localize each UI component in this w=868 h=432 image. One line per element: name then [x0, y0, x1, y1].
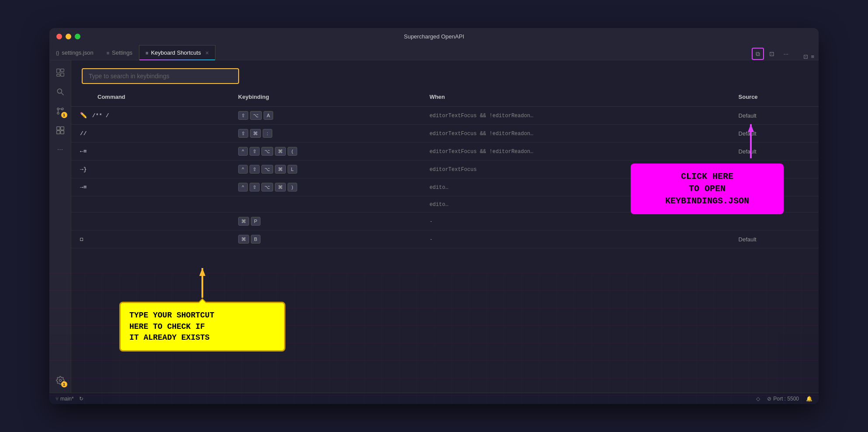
svg-rect-12	[60, 131, 64, 134]
tabbar-right-actions: ⧉ ⊡ ···	[748, 48, 795, 60]
open-keybindings-json-button[interactable]: ⧉	[752, 48, 764, 60]
yellow-tooltip-text: TYPE YOUR SHORTCUTHERE TO CHECK IFIT ALR…	[129, 311, 214, 341]
row-7-source	[732, 213, 819, 230]
header-keybinding: Keybinding	[231, 87, 423, 107]
no-sign-icon: ⊘	[767, 396, 771, 402]
row-8-when: -	[423, 230, 732, 248]
tab-settings[interactable]: ≡ Settings	[100, 45, 139, 60]
row-4-command: →}	[71, 160, 231, 178]
row-2-command: //	[71, 125, 231, 143]
search-row: Type to search in keybindings	[82, 68, 808, 87]
keys-row-4: ^ ⇧ ⌥ ⌘ L	[238, 165, 416, 174]
svg-line-5	[61, 93, 63, 95]
tab-keyboard-shortcuts-close[interactable]: ×	[205, 49, 209, 56]
search-box[interactable]: Type to search in keybindings	[82, 68, 239, 84]
statusbar-right: ◇ ⊘ Port : 5500 🔔	[756, 396, 812, 402]
row-1-when: editorTextFocus && !editorReadon…	[423, 107, 732, 125]
tab-keyboard-shortcuts-icon: ≡	[146, 50, 148, 56]
traffic-lights	[56, 34, 80, 39]
keys-row-5: ^ ⇧ ⌥ ⌘ )	[238, 183, 416, 192]
row-5-command: →≡	[71, 178, 231, 196]
keys-row-7: ⌘ P	[238, 217, 416, 226]
window-title: Supercharged OpenAPI	[404, 33, 464, 40]
diamond-icon: ◇	[756, 396, 760, 402]
git-branch[interactable]: ⑂ main*	[56, 396, 74, 402]
header-source: Source	[732, 87, 819, 107]
svg-rect-3	[56, 74, 60, 76]
row-7-when: -	[423, 213, 732, 230]
svg-point-4	[57, 89, 62, 93]
sort-icon[interactable]: ⊡	[803, 53, 808, 60]
magenta-tooltip-text: CLICK HERETO OPENKEYBINDINGS.JSON	[665, 171, 749, 206]
table-header-row: Command Keybinding When Source	[71, 87, 819, 107]
row-8-keybinding: ⌘ B	[231, 230, 423, 248]
filter-icon[interactable]: ≡	[811, 53, 814, 60]
tab-settings-icon: ≡	[107, 50, 109, 56]
settings-badge: 1	[61, 381, 67, 387]
row-1-source: Default	[732, 107, 819, 125]
svg-marker-17	[748, 124, 754, 132]
maximize-button[interactable]	[75, 34, 80, 39]
port-label: Port : 5500	[773, 396, 799, 402]
titlebar: Supercharged OpenAPI	[49, 28, 819, 45]
sidebar-item-source-control[interactable]: 1	[52, 103, 68, 119]
content-area: Type to search in keybindings Command Ke…	[71, 60, 819, 393]
keys-row-1: ⇧ ⌥ A	[238, 111, 416, 120]
row-2-keybinding: ⇧ ⌘ :	[231, 125, 423, 143]
table-row[interactable]: ←≡ ^ ⇧ ⌥ ⌘ ( edit	[71, 143, 819, 160]
git-branch-label: main*	[60, 396, 74, 402]
row-7-keybinding: ⌘ P	[231, 213, 423, 230]
more-actions-button[interactable]: ···	[780, 48, 792, 60]
svg-point-13	[59, 380, 61, 382]
minimize-button[interactable]	[66, 34, 71, 39]
keys-row-8: ⌘ B	[238, 235, 416, 244]
row-2-when: editorTextFocus && !editorReadon…	[423, 125, 732, 143]
yellow-annotation-tooltip: TYPE YOUR SHORTCUTHERE TO CHECK IFIT ALR…	[119, 302, 285, 352]
tab-settings-json[interactable]: {} settings.json	[49, 45, 100, 60]
row-5-keybinding: ^ ⇧ ⌥ ⌘ )	[231, 178, 423, 196]
tab-settings-label: Settings	[112, 49, 132, 56]
sync-icon: ↻	[79, 396, 83, 402]
sidebar-item-extensions[interactable]	[52, 122, 68, 138]
sidebar-item-settings[interactable]: 1	[52, 373, 68, 388]
sidebar-item-more[interactable]: ···	[52, 142, 68, 157]
close-button[interactable]	[56, 34, 62, 39]
edit-icon[interactable]: ✏️	[80, 112, 87, 118]
sync-button[interactable]: ↻	[79, 396, 83, 402]
table-row[interactable]: // ⇧ ⌘ : editorTextFocus && !editorReado…	[71, 125, 819, 143]
row-1-keybinding: ⇧ ⌥ A	[231, 107, 423, 125]
notification-bell[interactable]: 🔔	[806, 396, 812, 402]
keys-row-2: ⇧ ⌘ :	[238, 129, 416, 138]
tabbar: {} settings.json ≡ Settings ≡ Keyboard S…	[49, 45, 819, 60]
split-editor-button[interactable]: ⊡	[766, 48, 778, 60]
row-7-command	[71, 213, 231, 230]
sidebar: 1 ··· 1	[49, 60, 71, 393]
svg-point-6	[57, 108, 59, 110]
yellow-arrow-up	[196, 268, 209, 303]
svg-point-8	[57, 112, 59, 114]
row-6-keybinding	[231, 196, 423, 213]
row-3-when: editorTextFocus && !editorReadon…	[423, 143, 732, 160]
keys-row-3: ^ ⇧ ⌥ ⌘ (	[238, 147, 416, 156]
git-branch-icon: ⑂	[56, 396, 59, 402]
table-row[interactable]: ✏️ /** / ⇧ ⌥ A editorTextFocus && !ed	[71, 107, 819, 125]
row-3-command: ←≡	[71, 143, 231, 160]
row-3-keybinding: ^ ⇧ ⌥ ⌘ (	[231, 143, 423, 160]
svg-rect-9	[56, 127, 60, 130]
tab-settings-json-icon: {}	[56, 50, 59, 56]
row-8-source: Default	[732, 230, 819, 248]
diamond-icon-status: ◇	[756, 396, 760, 402]
source-control-badge: 1	[61, 112, 67, 118]
search-area: Type to search in keybindings	[71, 60, 819, 87]
tab-keyboard-shortcuts-label: Keyboard Shortcuts	[151, 49, 201, 56]
svg-rect-10	[60, 127, 64, 130]
sidebar-item-search[interactable]	[52, 84, 68, 100]
magenta-annotation-tooltip: CLICK HERETO OPENKEYBINDINGS.JSON	[631, 164, 784, 214]
port-status[interactable]: ⊘ Port : 5500	[767, 396, 799, 402]
tab-keyboard-shortcuts[interactable]: ≡ Keyboard Shortcuts ×	[139, 45, 215, 60]
svg-rect-1	[60, 69, 64, 72]
table-row[interactable]: ⌘ P -	[71, 213, 819, 230]
sidebar-item-explorer[interactable]	[52, 65, 68, 80]
table-row[interactable]: ◻ ⌘ B - Default	[71, 230, 819, 248]
main-area: 1 ··· 1	[49, 60, 819, 393]
